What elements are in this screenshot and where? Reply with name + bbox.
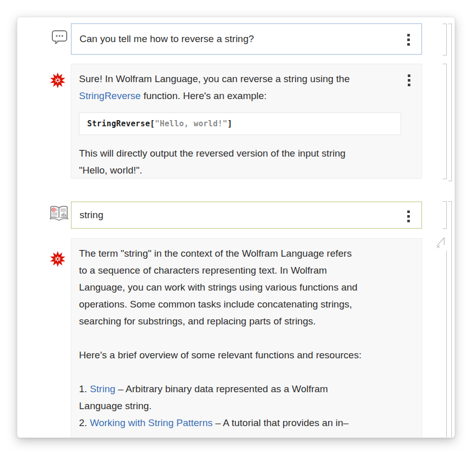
code-string-arg: "Hello, world!" [155,119,227,128]
group-toggle-icon[interactable] [435,236,447,251]
ai-response-cell: The term "string" in the context of the … [71,238,422,438]
desktop-background: Can you tell me how to reverse a string?… [0,0,476,461]
open-book-icon [49,204,69,223]
cell-bracket-ai-response[interactable] [443,238,447,438]
ai-response-cell: Sure! In Wolfram Language, you can rever… [71,64,422,179]
kebab-menu-icon[interactable] [408,74,411,86]
list-item-text: – Arbitrary binary data represented as a… [79,383,328,411]
stringreverse-link[interactable]: StringReverse [79,90,141,101]
response-paragraph: This will directly output the reversed v… [79,145,401,179]
list-number: 1. [79,383,90,394]
doc-chat-input-text: string [80,209,103,221]
string-patterns-link[interactable]: Working with String Patterns [90,417,212,428]
response-paragraph: Here's a brief overview of some relevant… [79,347,401,363]
code-close-bracket: ] [228,119,232,128]
notebook-window: Can you tell me how to reverse a string?… [17,17,455,438]
kebab-menu-icon[interactable] [407,210,410,222]
response-text: Sure! In Wolfram Language, you can rever… [79,73,350,84]
list-item-text: – A tutorial that provides an in– [212,417,348,428]
cell-group-bracket[interactable] [448,24,452,181]
resource-list-item: 2. Working with String Patterns – A tuto… [79,414,401,431]
code-block[interactable]: StringReverse["Hello, world!"] [79,112,401,135]
code-function: StringReverse [87,119,150,128]
response-text: function. Here's an example: [141,90,266,101]
wolfram-spikey-icon [49,251,66,267]
cell-group-bracket[interactable] [448,201,452,438]
cell-bracket-doc-input[interactable] [443,201,447,229]
cell-bracket-chat-input[interactable] [443,24,447,55]
code-open-bracket: [ [150,119,155,128]
chat-input-text: Can you tell me how to reverse a string? [80,33,254,45]
cell-bracket-ai-response[interactable] [443,64,447,179]
chat-input-cell[interactable]: Can you tell me how to reverse a string? [71,23,422,55]
doc-chat-input-cell[interactable]: string [71,201,422,229]
wolfram-spikey-icon [49,72,66,89]
response-paragraph: Sure! In Wolfram Language, you can rever… [79,70,401,104]
response-paragraph: The term "string" in the context of the … [79,245,401,330]
list-number: 2. [79,417,90,428]
resource-list-item: 1. String – Arbitrary binary data repres… [79,380,401,414]
kebab-menu-icon[interactable] [407,34,410,46]
speech-bubble-icon [51,29,68,45]
string-link[interactable]: String [90,383,115,394]
